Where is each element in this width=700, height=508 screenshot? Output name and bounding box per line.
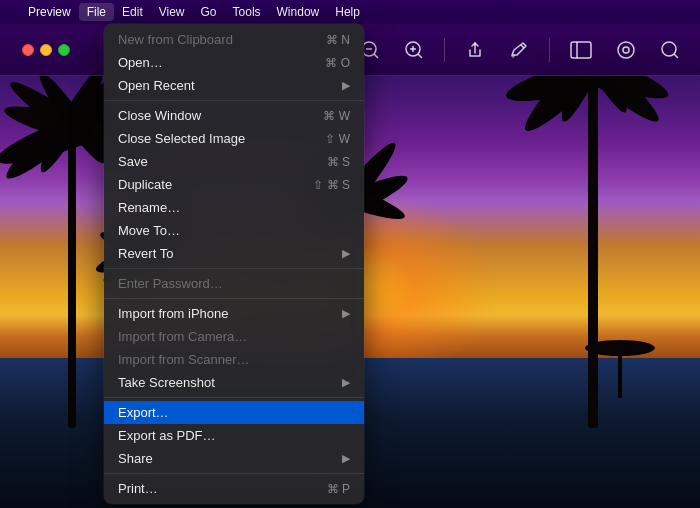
maximize-button[interactable] <box>58 44 70 56</box>
sidebar-toggle-button[interactable] <box>562 37 600 63</box>
menu-open-recent-arrow: ▶ <box>342 79 350 92</box>
separator-3 <box>104 298 364 299</box>
menu-print[interactable]: Print… ⌘ P <box>104 477 364 500</box>
menu-import-iphone[interactable]: Import from iPhone ▶ <box>104 302 364 325</box>
menu-open-shortcut: ⌘ O <box>325 56 350 70</box>
menubar-window[interactable]: Window <box>269 3 328 21</box>
svg-rect-7 <box>588 68 598 428</box>
svg-point-35 <box>662 42 676 56</box>
menu-import-camera[interactable]: Import from Camera… <box>104 325 364 348</box>
separator-5 <box>104 473 364 474</box>
menubar-preview[interactable]: Preview <box>20 3 79 21</box>
menu-enter-password[interactable]: Enter Password… <box>104 272 364 295</box>
menu-close-window-label: Close Window <box>118 108 315 123</box>
search-button[interactable] <box>652 36 688 64</box>
menu-revert-to[interactable]: Revert To ▶ <box>104 242 364 265</box>
menu-export-pdf[interactable]: Export as PDF… <box>104 424 364 447</box>
menu-open-label: Open… <box>118 55 317 70</box>
menu-open[interactable]: Open… ⌘ O <box>104 51 364 74</box>
menubar-edit[interactable]: Edit <box>114 3 151 21</box>
menu-import-scanner-label: Import from Scanner… <box>118 352 350 367</box>
svg-rect-23 <box>618 348 622 398</box>
menu-open-recent[interactable]: Open Recent ▶ <box>104 74 364 97</box>
menu-export-label: Export… <box>118 405 350 420</box>
menu-new-from-clipboard-shortcut: ⌘ N <box>326 33 350 47</box>
menubar-file[interactable]: File <box>79 3 114 21</box>
menu-print-label: Print… <box>118 481 319 496</box>
annotate-button[interactable] <box>608 36 644 64</box>
menu-revert-to-label: Revert To <box>118 246 342 261</box>
menu-close-selected-image-shortcut: ⇧ W <box>325 132 350 146</box>
svg-point-34 <box>623 47 629 53</box>
share-button[interactable] <box>457 36 493 64</box>
separator-1 <box>104 100 364 101</box>
menu-save-shortcut: ⌘ S <box>327 155 350 169</box>
menu-new-from-clipboard[interactable]: New from Clipboard ⌘ N <box>104 28 364 51</box>
menu-save[interactable]: Save ⌘ S <box>104 150 364 173</box>
menubar-tools[interactable]: Tools <box>225 3 269 21</box>
menu-take-screenshot-label: Take Screenshot <box>118 375 342 390</box>
zoom-in-button[interactable] <box>396 36 432 64</box>
menubar: Preview File Edit View Go Tools Window H… <box>0 0 700 24</box>
menu-duplicate-label: Duplicate <box>118 177 305 192</box>
menu-close-window-shortcut: ⌘ W <box>323 109 350 123</box>
separator-2 <box>104 268 364 269</box>
menu-save-label: Save <box>118 154 319 169</box>
menubar-help[interactable]: Help <box>327 3 368 21</box>
svg-line-36 <box>675 54 678 57</box>
toolbar-divider-1 <box>444 38 445 62</box>
menu-move-to-label: Move To… <box>118 223 350 238</box>
svg-rect-0 <box>68 128 76 428</box>
menu-move-to[interactable]: Move To… <box>104 219 364 242</box>
toolbar-divider-2 <box>549 38 550 62</box>
close-button[interactable] <box>22 44 34 56</box>
markup-button[interactable] <box>501 36 537 64</box>
menu-open-recent-label: Open Recent <box>118 78 342 93</box>
menu-rename-label: Rename… <box>118 200 350 215</box>
menu-duplicate[interactable]: Duplicate ⇧ ⌘ S <box>104 173 364 196</box>
menu-close-window[interactable]: Close Window ⌘ W <box>104 104 364 127</box>
menu-duplicate-shortcut: ⇧ ⌘ S <box>313 178 350 192</box>
menu-import-iphone-arrow: ▶ <box>342 307 350 320</box>
minimize-button[interactable] <box>40 44 52 56</box>
menu-share-arrow: ▶ <box>342 452 350 465</box>
menu-export[interactable]: Export… <box>104 401 364 424</box>
menu-share[interactable]: Share ▶ <box>104 447 364 470</box>
menu-take-screenshot[interactable]: Take Screenshot ▶ <box>104 371 364 394</box>
svg-point-33 <box>618 42 634 58</box>
svg-line-30 <box>419 54 422 57</box>
menu-import-iphone-label: Import from iPhone <box>118 306 342 321</box>
menu-revert-to-arrow: ▶ <box>342 247 350 260</box>
menu-enter-password-label: Enter Password… <box>118 276 350 291</box>
separator-4 <box>104 397 364 398</box>
menu-rename[interactable]: Rename… <box>104 196 364 219</box>
menu-print-shortcut: ⌘ P <box>327 482 350 496</box>
menu-import-scanner[interactable]: Import from Scanner… <box>104 348 364 371</box>
menubar-go[interactable]: Go <box>193 3 225 21</box>
apple-menu[interactable] <box>4 10 20 14</box>
svg-rect-31 <box>571 42 591 58</box>
menu-new-from-clipboard-label: New from Clipboard <box>118 32 318 47</box>
svg-line-26 <box>375 54 378 57</box>
file-dropdown-menu: New from Clipboard ⌘ N Open… ⌘ O Open Re… <box>104 24 364 504</box>
menubar-view[interactable]: View <box>151 3 193 21</box>
menu-close-selected-image-label: Close Selected Image <box>118 131 317 146</box>
menu-import-camera-label: Import from Camera… <box>118 329 350 344</box>
menu-take-screenshot-arrow: ▶ <box>342 376 350 389</box>
traffic-lights <box>22 44 70 56</box>
menu-close-selected-image[interactable]: Close Selected Image ⇧ W <box>104 127 364 150</box>
menu-share-label: Share <box>118 451 342 466</box>
menu-export-pdf-label: Export as PDF… <box>118 428 350 443</box>
